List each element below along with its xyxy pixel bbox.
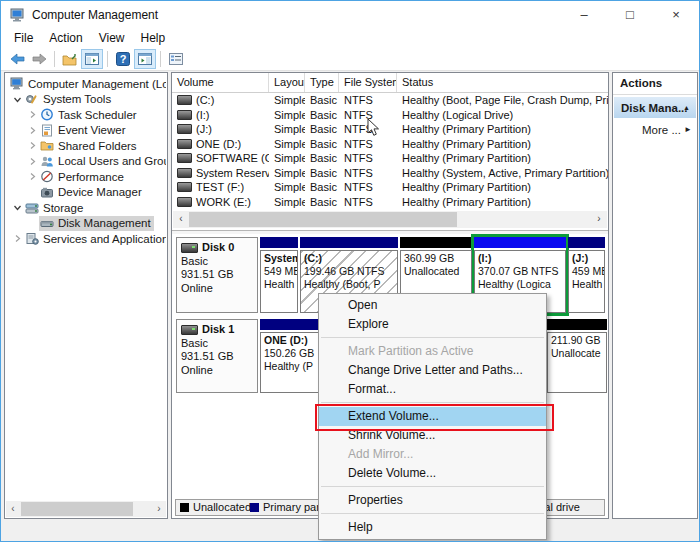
tree-item-computer-management[interactable]: Computer Management (Local [7, 76, 166, 92]
storage-icon [25, 201, 39, 214]
menu-bar: File Action View Help [1, 30, 699, 48]
volume-type: Basic [305, 138, 339, 150]
tree-item-device-manager[interactable]: Device Manager [7, 185, 166, 201]
panel-splitter[interactable] [172, 230, 608, 234]
menu-item-help[interactable]: Help [319, 518, 546, 537]
legend-unallocated: Unallocated [180, 501, 251, 513]
properties-icon[interactable] [165, 49, 187, 69]
menu-help[interactable]: Help [133, 30, 174, 48]
chevron-collapsed-icon[interactable] [26, 157, 39, 166]
scroll-right-arrow[interactable]: › [153, 503, 165, 515]
volume-layout: Simple [269, 167, 305, 179]
tree-item-label: Event Viewer [58, 124, 126, 136]
chevron-collapsed-icon[interactable] [26, 172, 39, 181]
red-callout-box [315, 404, 554, 431]
volume-name: SOFTWARE (G:) [196, 152, 269, 164]
back-icon[interactable] [6, 49, 28, 69]
chevron-collapsed-icon[interactable] [11, 234, 24, 243]
tree-item-performance[interactable]: Performance [7, 169, 166, 185]
chevron-expanded-icon[interactable] [11, 95, 24, 104]
tree-item-storage[interactable]: Storage [7, 200, 166, 216]
menu-action[interactable]: Action [41, 30, 90, 48]
tree-item-local-users-and-groups[interactable]: Local Users and Groups [7, 154, 166, 170]
tree-item-label: Performance [58, 171, 124, 183]
disk-0-info[interactable]: Disk 0 Basic 931.51 GB Online [176, 237, 258, 313]
volume-layout: Simple [269, 196, 305, 208]
close-button[interactable]: × [653, 1, 699, 30]
drive-icon [177, 124, 192, 134]
menu-item-change-drive-letter[interactable]: Change Drive Letter and Paths... [319, 361, 546, 380]
volume-row[interactable]: ONE (D:) Simple Basic NTFS Healthy (Prim… [172, 137, 608, 152]
title-bar: Computer Management – □ × [1, 1, 699, 30]
drive-icon [177, 139, 192, 149]
partition-color-bar [260, 237, 298, 248]
menu-item-open[interactable]: Open [319, 296, 546, 315]
volume-row[interactable]: WORK (E:) Simple Basic NTFS Healthy (Pri… [172, 195, 608, 210]
svg-text:?: ? [120, 53, 127, 65]
tree-item-disk-management[interactable]: Disk Management [7, 216, 166, 232]
menu-item-explore[interactable]: Explore [319, 315, 546, 334]
chevron-collapsed-icon[interactable] [26, 126, 39, 135]
actions-group-label: Disk Mana... [621, 102, 687, 114]
volume-row[interactable]: (I:) Simple Basic NTFS Healthy (Logical … [172, 108, 608, 123]
collapse-arrow-icon[interactable]: ▲ [683, 104, 690, 111]
tree-item-label: Local Users and Groups [58, 155, 166, 167]
scrollbar-thumb[interactable] [189, 212, 457, 227]
volume-row[interactable]: System Reserved Simple Basic NTFS Health… [172, 166, 608, 181]
menu-view[interactable]: View [91, 30, 133, 48]
partition-color-bar [300, 237, 398, 248]
volume-name: WORK (E:) [196, 196, 251, 208]
tree-item-event-viewer[interactable]: Event Viewer [7, 123, 166, 139]
column-volume[interactable]: Volume [172, 73, 269, 92]
tree-item-task-scheduler[interactable]: Task Scheduler [7, 107, 166, 123]
menu-item-properties[interactable]: Properties [319, 491, 546, 510]
tree-item-system-tools[interactable]: System Tools [7, 92, 166, 108]
volume-row[interactable]: (C:) Simple Basic NTFS Healthy (Boot, Pa… [172, 93, 608, 108]
scroll-right-arrow[interactable]: › [593, 213, 605, 225]
tree-horizontal-scrollbar[interactable]: ‹ › [6, 501, 166, 517]
chevron-collapsed-icon[interactable] [26, 141, 39, 150]
help-icon[interactable]: ? [112, 49, 134, 69]
up-level-icon[interactable] [59, 49, 81, 69]
action-pane-icon[interactable] [134, 49, 156, 69]
partition-system-reserved[interactable]: System549 MBHealth [260, 237, 298, 313]
partition-unallocated-2[interactable]: 211.90 GBUnallocate [547, 319, 607, 393]
volume-row[interactable]: SOFTWARE (G:) Simple Basic NTFS Healthy … [172, 151, 608, 166]
volume-status: Healthy (Primary Partition) [397, 138, 608, 150]
actions-more-item[interactable]: More ... [642, 124, 681, 136]
volume-fs: NTFS [339, 138, 397, 150]
drive-icon [177, 197, 192, 207]
volume-horizontal-scrollbar[interactable]: ‹ › [173, 211, 607, 228]
column-file-system[interactable]: File System [339, 73, 397, 92]
disk-state: Online [181, 282, 255, 296]
disk-1-info[interactable]: Disk 1 Basic 931.51 GB Online [176, 319, 258, 393]
volume-type: Basic [305, 181, 339, 193]
scroll-left-arrow[interactable]: ‹ [7, 503, 19, 515]
column-status[interactable]: Status [397, 73, 608, 92]
partition-j[interactable]: (J:)459 MBHealth [568, 237, 605, 313]
tree-item-shared-folders[interactable]: Shared Folders [7, 138, 166, 154]
volume-row[interactable]: TEST (F:) Simple Basic NTFS Healthy (Pri… [172, 180, 608, 195]
volume-table-header: Volume Layout Type File System Status [172, 73, 608, 93]
actions-disk-management-group[interactable]: Disk Mana... ▲ [614, 97, 696, 118]
menu-item-format[interactable]: Format... [319, 380, 546, 399]
tree-item-services-and-applications[interactable]: Services and Applications [7, 231, 166, 247]
column-layout[interactable]: Layout [269, 73, 305, 92]
console-tree-icon[interactable] [81, 49, 103, 69]
device-manager-icon [40, 186, 54, 199]
chevron-collapsed-icon[interactable] [26, 110, 39, 119]
maximize-button[interactable]: □ [607, 1, 653, 30]
volume-layout: Simple [269, 152, 305, 164]
volume-type: Basic [305, 123, 339, 135]
forward-icon[interactable] [28, 49, 50, 69]
column-type[interactable]: Type [305, 73, 339, 92]
unallocated-swatch [180, 503, 189, 512]
menu-item-delete-volume[interactable]: Delete Volume... [319, 464, 546, 483]
chevron-expanded-icon[interactable] [11, 203, 24, 212]
volume-fs: NTFS [339, 167, 397, 179]
volume-row[interactable]: (J:) Simple Basic NTFS Healthy (Primary … [172, 122, 608, 137]
menu-file[interactable]: File [6, 30, 41, 48]
scrollbar-thumb[interactable] [21, 502, 133, 516]
minimize-button[interactable]: – [561, 1, 607, 30]
scroll-left-arrow[interactable]: ‹ [175, 213, 187, 225]
